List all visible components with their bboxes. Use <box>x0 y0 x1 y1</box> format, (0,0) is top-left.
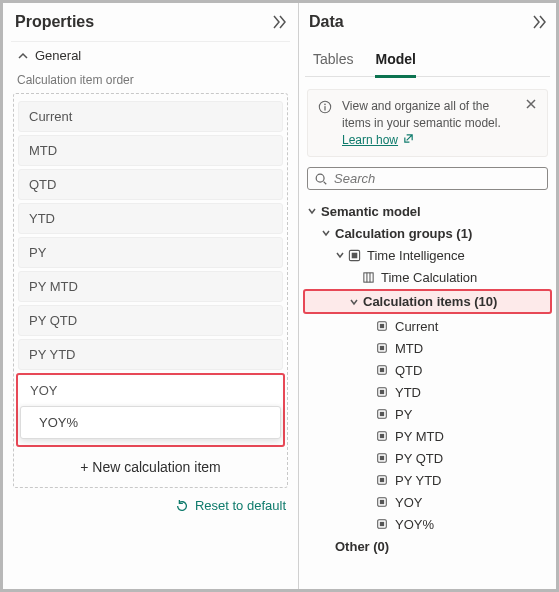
tree-time-intelligence[interactable]: Time Intelligence <box>305 244 550 266</box>
order-item[interactable]: PY <box>18 237 283 268</box>
order-item[interactable]: PY QTD <box>18 305 283 336</box>
calculation-item-icon <box>375 429 389 443</box>
svg-rect-5 <box>351 253 357 259</box>
calculation-item-icon <box>375 385 389 399</box>
tree-item[interactable]: PY <box>305 403 550 425</box>
chevron-down-icon <box>335 250 345 260</box>
order-item[interactable]: Current <box>18 101 283 132</box>
collapse-icon[interactable] <box>532 14 548 30</box>
order-item[interactable]: PY YTD <box>18 339 283 370</box>
svg-point-1 <box>324 104 326 106</box>
svg-rect-14 <box>380 368 384 372</box>
svg-rect-18 <box>380 412 384 416</box>
external-link-icon <box>403 133 414 144</box>
tree-item[interactable]: YOY <box>305 491 550 513</box>
learn-how-link[interactable]: Learn how <box>342 133 398 147</box>
svg-rect-20 <box>380 434 384 438</box>
calculation-item-icon <box>375 517 389 531</box>
svg-rect-6 <box>363 273 372 282</box>
tree-semantic-model[interactable]: Semantic model <box>305 200 550 222</box>
chevron-down-icon <box>321 228 331 238</box>
data-tabs: Tables Model <box>305 41 550 77</box>
properties-panel: Properties General Calculation item orde… <box>3 3 299 589</box>
tree-item[interactable]: PY QTD <box>305 447 550 469</box>
properties-title: Properties <box>15 13 94 31</box>
general-label: General <box>35 48 81 63</box>
data-header: Data <box>305 11 550 41</box>
search-box[interactable] <box>307 167 548 190</box>
collapse-icon[interactable] <box>272 14 288 30</box>
svg-rect-24 <box>380 478 384 482</box>
data-panel: Data Tables Model View and organize all … <box>299 3 556 589</box>
svg-rect-26 <box>380 500 384 504</box>
column-icon <box>361 270 375 284</box>
svg-rect-28 <box>380 522 384 526</box>
data-title: Data <box>309 13 344 31</box>
highlighted-yoy-group: YOY YOY% <box>16 373 285 447</box>
order-item[interactable]: PY MTD <box>18 271 283 302</box>
close-icon[interactable] <box>525 98 537 110</box>
tree-other[interactable]: Other (0) <box>305 535 550 557</box>
order-item[interactable]: YTD <box>18 203 283 234</box>
info-banner: View and organize all of the items in yo… <box>307 89 548 157</box>
calculation-item-order-list: Current MTD QTD YTD PY PY MTD PY QTD PY … <box>13 93 288 488</box>
tree-item[interactable]: Current <box>305 315 550 337</box>
calculation-item-icon <box>375 341 389 355</box>
tree-item[interactable]: YOY% <box>305 513 550 535</box>
properties-header: Properties <box>11 11 290 41</box>
svg-rect-10 <box>380 324 384 328</box>
calculation-item-icon <box>375 363 389 377</box>
tab-tables[interactable]: Tables <box>313 47 353 76</box>
reset-label: Reset to default <box>195 498 286 513</box>
calculation-item-icon <box>375 473 389 487</box>
info-icon <box>318 100 332 114</box>
calculation-item-icon <box>375 451 389 465</box>
search-input[interactable] <box>334 171 541 186</box>
reset-to-default-button[interactable]: Reset to default <box>11 488 290 513</box>
tree-calculation-groups[interactable]: Calculation groups (1) <box>305 222 550 244</box>
tree-item[interactable]: MTD <box>305 337 550 359</box>
tree-item[interactable]: PY MTD <box>305 425 550 447</box>
model-tree: Semantic model Calculation groups (1) Ti… <box>305 200 550 557</box>
chevron-up-icon <box>17 50 29 62</box>
info-text: View and organize all of the items in yo… <box>342 98 515 148</box>
tree-item[interactable]: PY YTD <box>305 469 550 491</box>
general-section-header[interactable]: General <box>11 41 290 73</box>
new-calculation-item-button[interactable]: + New calculation item <box>18 449 283 479</box>
order-item-editing[interactable]: YOY% <box>20 406 281 439</box>
calculation-item-icon <box>375 407 389 421</box>
tree-item[interactable]: YTD <box>305 381 550 403</box>
tab-model[interactable]: Model <box>375 47 415 78</box>
calculation-item-icon <box>375 319 389 333</box>
svg-point-3 <box>316 174 324 182</box>
calculation-item-icon <box>375 495 389 509</box>
tree-item[interactable]: QTD <box>305 359 550 381</box>
order-item[interactable]: MTD <box>18 135 283 166</box>
tree-time-calculation[interactable]: Time Calculation <box>305 266 550 288</box>
order-label: Calculation item order <box>11 73 290 93</box>
order-item[interactable]: QTD <box>18 169 283 200</box>
svg-rect-22 <box>380 456 384 460</box>
tree-calculation-items[interactable]: Calculation items (10) <box>303 289 552 314</box>
svg-rect-12 <box>380 346 384 350</box>
chevron-down-icon <box>349 297 359 307</box>
search-icon <box>314 172 328 186</box>
order-item-yoy[interactable]: YOY <box>20 377 281 404</box>
calculation-group-icon <box>347 248 361 262</box>
chevron-down-icon <box>307 206 317 216</box>
svg-rect-2 <box>324 106 325 110</box>
reset-icon <box>175 499 189 513</box>
svg-rect-16 <box>380 390 384 394</box>
